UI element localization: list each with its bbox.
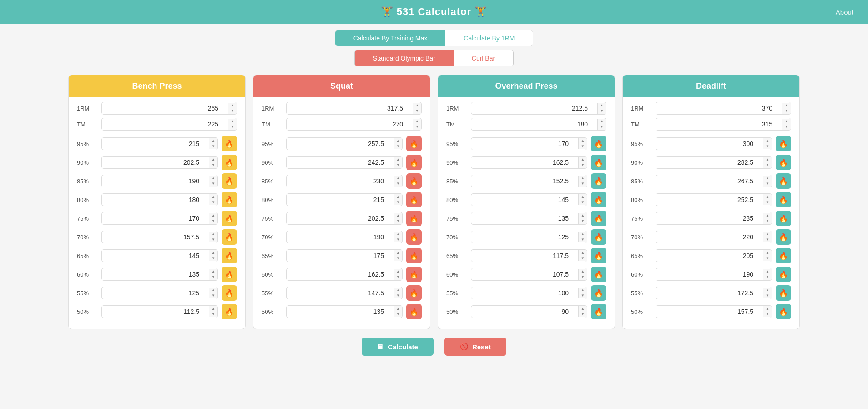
deadlift-fire-btn-9[interactable]: 🔥 <box>776 304 791 319</box>
deadlift-pct-up-3[interactable]: ▲ <box>763 194 772 200</box>
deadlift-pct-input-1[interactable] <box>656 157 763 168</box>
ohp-pct-input-2[interactable] <box>471 175 578 187</box>
bench-pct-input-8[interactable] <box>102 287 209 299</box>
deadlift-fire-btn-0[interactable]: 🔥 <box>776 136 791 151</box>
deadlift-fire-btn-5[interactable]: 🔥 <box>776 229 791 245</box>
squat-pct-input-0[interactable] <box>287 138 394 150</box>
deadlift-pct-up-6[interactable]: ▲ <box>763 250 772 256</box>
squat-fire-btn-6[interactable]: 🔥 <box>406 248 422 263</box>
squat-pct-down-9[interactable]: ▼ <box>394 312 402 317</box>
deadlift-pct-up-5[interactable]: ▲ <box>763 232 772 237</box>
bench-pct-up-8[interactable]: ▲ <box>209 288 217 293</box>
squat-pct-input-5[interactable] <box>287 231 394 243</box>
squat-pct-input-8[interactable] <box>287 287 394 299</box>
ohp-pct-down-5[interactable]: ▼ <box>579 237 587 242</box>
bench-fire-btn-3[interactable]: 🔥 <box>222 192 237 207</box>
bench-pct-input-4[interactable] <box>102 212 209 224</box>
bench-pct-down-5[interactable]: ▼ <box>209 237 217 242</box>
bench-pct-up-5[interactable]: ▲ <box>209 232 217 237</box>
deadlift-pct-down-2[interactable]: ▼ <box>763 181 772 187</box>
deadlift-pct-down-7[interactable]: ▼ <box>763 274 772 280</box>
ohp-pct-input-1[interactable] <box>471 157 578 168</box>
ohp-tm-up[interactable]: ▲ <box>598 119 606 124</box>
squat-fire-btn-2[interactable]: 🔥 <box>406 173 422 189</box>
squat-fire-btn-8[interactable]: 🔥 <box>406 285 422 301</box>
deadlift-pct-down-1[interactable]: ▼ <box>763 162 772 168</box>
squat-pct-down-2[interactable]: ▼ <box>394 181 402 187</box>
squat-fire-btn-0[interactable]: 🔥 <box>406 136 422 151</box>
bench-pct-down-9[interactable]: ▼ <box>209 312 217 317</box>
deadlift-pct-down-6[interactable]: ▼ <box>763 256 772 261</box>
bench-pct-up-9[interactable]: ▲ <box>209 306 217 312</box>
ohp-pct-up-9[interactable]: ▲ <box>579 306 587 312</box>
ohp-pct-up-8[interactable]: ▲ <box>579 288 587 293</box>
ohp-orm-down[interactable]: ▼ <box>598 108 606 114</box>
ohp-pct-input-6[interactable] <box>471 250 578 262</box>
bench-fire-btn-2[interactable]: 🔥 <box>222 173 237 189</box>
squat-fire-btn-7[interactable]: 🔥 <box>406 267 422 282</box>
squat-pct-input-2[interactable] <box>287 175 394 187</box>
deadlift-fire-btn-6[interactable]: 🔥 <box>776 248 791 263</box>
squat-pct-down-7[interactable]: ▼ <box>394 274 402 280</box>
squat-fire-btn-5[interactable]: 🔥 <box>406 229 422 245</box>
bench-pct-up-7[interactable]: ▲ <box>209 269 217 274</box>
ohp-pct-down-3[interactable]: ▼ <box>579 200 587 205</box>
ohp-fire-btn-3[interactable]: 🔥 <box>591 192 606 207</box>
ohp-pct-input-7[interactable] <box>471 268 578 280</box>
deadlift-pct-down-8[interactable]: ▼ <box>763 293 772 298</box>
ohp-pct-down-2[interactable]: ▼ <box>579 181 587 187</box>
about-link[interactable]: About <box>836 8 853 16</box>
deadlift-pct-down-9[interactable]: ▼ <box>763 312 772 317</box>
deadlift-pct-input-6[interactable] <box>656 250 763 262</box>
ohp-orm-up[interactable]: ▲ <box>598 103 606 108</box>
squat-pct-input-6[interactable] <box>287 250 394 262</box>
deadlift-pct-down-3[interactable]: ▼ <box>763 200 772 205</box>
squat-pct-down-0[interactable]: ▼ <box>394 144 402 149</box>
ohp-pct-down-8[interactable]: ▼ <box>579 293 587 298</box>
squat-tm-input[interactable] <box>287 118 413 130</box>
squat-pct-up-4[interactable]: ▲ <box>394 213 402 218</box>
ohp-pct-up-2[interactable]: ▲ <box>579 176 587 181</box>
ohp-fire-btn-2[interactable]: 🔥 <box>591 173 606 189</box>
calc-by-1rm-btn[interactable]: Calculate By 1RM <box>445 30 533 46</box>
deadlift-pct-up-1[interactable]: ▲ <box>763 157 772 162</box>
squat-pct-input-7[interactable] <box>287 268 394 280</box>
deadlift-tm-down[interactable]: ▼ <box>782 124 791 130</box>
bench-pct-input-1[interactable] <box>102 157 209 168</box>
bench-fire-btn-7[interactable]: 🔥 <box>222 267 237 282</box>
ohp-pct-up-7[interactable]: ▲ <box>579 269 587 274</box>
bench-pct-input-5[interactable] <box>102 231 209 243</box>
deadlift-pct-up-9[interactable]: ▲ <box>763 306 772 312</box>
deadlift-tm-up[interactable]: ▲ <box>782 119 791 124</box>
ohp-pct-up-3[interactable]: ▲ <box>579 194 587 200</box>
deadlift-pct-up-2[interactable]: ▲ <box>763 176 772 181</box>
ohp-pct-input-5[interactable] <box>471 231 578 243</box>
ohp-pct-input-9[interactable] <box>471 306 578 318</box>
calculate-button[interactable]: 🖩 Calculate <box>362 338 434 356</box>
ohp-fire-btn-4[interactable]: 🔥 <box>591 211 606 226</box>
bench-pct-down-4[interactable]: ▼ <box>209 218 217 224</box>
calc-by-training-max-btn[interactable]: Calculate By Training Max <box>335 30 446 46</box>
squat-pct-down-6[interactable]: ▼ <box>394 256 402 261</box>
bench-pct-input-2[interactable] <box>102 175 209 187</box>
squat-orm-up[interactable]: ▲ <box>413 103 421 108</box>
squat-pct-up-8[interactable]: ▲ <box>394 288 402 293</box>
deadlift-pct-input-8[interactable] <box>656 287 763 299</box>
bench-tm-down[interactable]: ▼ <box>228 124 237 130</box>
ohp-pct-input-8[interactable] <box>471 287 578 299</box>
squat-pct-up-9[interactable]: ▲ <box>394 306 402 312</box>
squat-pct-up-3[interactable]: ▲ <box>394 194 402 200</box>
squat-fire-btn-1[interactable]: 🔥 <box>406 155 422 170</box>
ohp-fire-btn-6[interactable]: 🔥 <box>591 248 606 263</box>
bench-pct-up-6[interactable]: ▲ <box>209 250 217 256</box>
bench-pct-down-2[interactable]: ▼ <box>209 181 217 187</box>
ohp-fire-btn-1[interactable]: 🔥 <box>591 155 606 170</box>
squat-pct-down-8[interactable]: ▼ <box>394 293 402 298</box>
squat-tm-up[interactable]: ▲ <box>413 119 421 124</box>
bench-pct-down-0[interactable]: ▼ <box>209 144 217 149</box>
deadlift-fire-btn-3[interactable]: 🔥 <box>776 192 791 207</box>
deadlift-pct-down-0[interactable]: ▼ <box>763 144 772 149</box>
bench-pct-up-1[interactable]: ▲ <box>209 157 217 162</box>
deadlift-pct-input-3[interactable] <box>656 194 763 206</box>
bench-pct-up-3[interactable]: ▲ <box>209 194 217 200</box>
